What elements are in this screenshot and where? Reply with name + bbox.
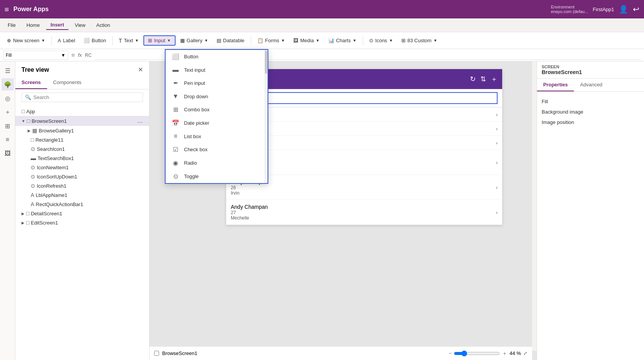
tree-item-app[interactable]: □ App <box>15 107 149 116</box>
custom-caret: ▼ <box>434 38 437 43</box>
media-caret: ▼ <box>316 38 320 43</box>
lblappname-icon: A <box>31 192 34 198</box>
tree-view-icon[interactable]: 🌳 <box>2 78 14 91</box>
zoom-out-button[interactable]: − <box>449 350 452 356</box>
charts-button[interactable]: 📊 Charts ▼ <box>324 36 360 45</box>
media-button[interactable]: 🖼 Media ▼ <box>289 36 323 45</box>
button-button[interactable]: ⬜ Button <box>80 36 110 45</box>
dropdown-item-button[interactable]: ⬜ Button <box>166 50 264 63</box>
undo-icon[interactable]: ↩ <box>633 5 639 14</box>
menu-action[interactable]: Action <box>92 21 115 30</box>
components-icon[interactable]: ◎ <box>2 92 14 104</box>
dropdown-scrollbar[interactable] <box>264 50 268 183</box>
browse-item-arrow-0: › <box>496 112 498 117</box>
formula-property[interactable]: Fill ▼ <box>3 51 68 60</box>
label-button[interactable]: A Label <box>54 36 79 45</box>
tree-item-iconsort[interactable]: ⊙ IconSortUpDown1 <box>15 172 149 181</box>
browse-search-input[interactable] <box>231 92 498 104</box>
tree-item-gallery[interactable]: ▶ ▦ BrowseGallery1 <box>15 126 149 135</box>
right-panel-tabs: Properties Advanced <box>537 79 644 92</box>
tree-item-iconrefresh[interactable]: ⊙ IconRefresh1 <box>15 181 149 190</box>
screen-checkbox[interactable] <box>154 351 159 356</box>
right-panel-tab-properties[interactable]: Properties <box>537 79 574 91</box>
text-button[interactable]: T Text ▼ <box>115 36 143 45</box>
browse-item-content-2: hampan <box>231 140 496 146</box>
hamburger-icon[interactable]: ☰ <box>2 64 14 77</box>
dropdown-item-peninput[interactable]: ✒ Pen input <box>166 76 264 90</box>
sidebar-tab-components[interactable]: Components <box>47 76 88 89</box>
icons-button[interactable]: ⊙ Icons ▼ <box>365 36 397 45</box>
env-label: Environment <box>551 5 588 9</box>
tree-item-rectangle11[interactable]: □ Rectangle11 <box>15 135 149 144</box>
browse-item-city-5: Mechelle <box>231 215 496 221</box>
toggle-dropdown-icon: ⊙ <box>172 173 179 180</box>
media-side-icon[interactable]: 🖼 <box>2 147 14 160</box>
tree-item-searchicon1[interactable]: ⊙ SearchIcon1 <box>15 144 149 154</box>
tree-item-lblappname[interactable]: A LblAppName1 <box>15 190 149 200</box>
custom-button[interactable]: ⊞ 83 Custom ▼ <box>398 36 441 45</box>
tree-item-label-rect: Rectangle11 <box>35 137 143 143</box>
user-icon[interactable]: 👤 <box>619 5 628 14</box>
formula-eq: = <box>71 52 75 59</box>
canvas-scrollbar-vertical[interactable] <box>532 61 537 351</box>
right-panel-tab-advanced[interactable]: Advanced <box>574 79 608 91</box>
browse-item-5[interactable]: Andy Champan 27 Mechelle › <box>226 200 502 225</box>
menu-view[interactable]: View <box>70 21 90 30</box>
bottom-screen-label: BrowseScreen1 <box>162 350 197 356</box>
datatable-button[interactable]: ▤ Datatable <box>213 36 248 45</box>
app-icon: □ <box>21 108 25 114</box>
variables-icon[interactable]: ≡ <box>2 134 14 146</box>
browse-screen-arrow: ▼ <box>21 119 25 123</box>
gallery-button[interactable]: ▦ Gallery ▼ <box>176 36 212 45</box>
refresh-btn[interactable]: ↻ <box>470 75 476 83</box>
sidebar-close-button[interactable]: ✕ <box>138 66 143 73</box>
dropdown-item-checkbox[interactable]: ☑ Check box <box>166 143 264 156</box>
tree-item-label-refresh: IconRefresh1 <box>37 183 143 189</box>
menu-home[interactable]: Home <box>22 21 44 30</box>
edit-icon: □ <box>26 220 29 226</box>
menu-bar: File Home Insert View Action <box>0 18 644 32</box>
grid-icon[interactable]: ⊞ <box>5 7 9 12</box>
dropdown-item-datepicker[interactable]: 📅 Date picker <box>166 116 264 130</box>
data-icon[interactable]: ⊞ <box>2 120 14 132</box>
fit-screen-button[interactable]: ⤢ <box>523 350 527 356</box>
forms-button[interactable]: 📋 Forms ▼ <box>253 36 289 45</box>
search-box: 🔍 <box>21 92 143 102</box>
detail-arrow: ▶ <box>21 211 25 216</box>
browse-item-content-1: hampan <box>231 126 496 132</box>
tree-item-edit-screen[interactable]: ▶ □ EditScreen1 <box>15 218 149 227</box>
zoom-slider[interactable] <box>454 350 500 357</box>
tree-item-detail-screen[interactable]: ▶ □ DetailScreen1 <box>15 209 149 218</box>
dropdown-item-textinput[interactable]: ▬ Text input <box>166 63 264 76</box>
menu-insert[interactable]: Insert <box>46 20 69 30</box>
dropdown-item-toggle[interactable]: ⊙ Toggle <box>166 170 264 183</box>
refresh-icon: ⊙ <box>31 183 35 189</box>
toolbar: ⊕ New screen ▼ A Label ⬜ Button T Text ▼… <box>0 32 644 49</box>
datatable-icon: ▤ <box>217 38 221 43</box>
search-input[interactable] <box>33 94 140 100</box>
charts-icon: 📊 <box>328 38 334 43</box>
dropdown-item-combobox[interactable]: ⊞ Combo box <box>166 103 264 116</box>
tree-item-textsearchbox[interactable]: ▬ TextSearchBox1 <box>15 154 149 163</box>
dropdown-item-radio[interactable]: ◉ Radio <box>166 156 264 170</box>
sort-btn[interactable]: ⇅ <box>480 75 486 83</box>
search-icon: 🔍 <box>25 94 31 100</box>
right-panel-screen-label: SCREEN BrowseScreen1 <box>537 61 644 79</box>
dropdown-item-listbox[interactable]: ≡ List box <box>166 130 264 143</box>
browse-screen-more[interactable]: … <box>137 117 143 124</box>
new-screen-button[interactable]: ⊕ New screen ▼ <box>3 36 49 45</box>
input-button[interactable]: ⊞ Input ▼ <box>143 35 176 46</box>
sidebar-tab-screens[interactable]: Screens <box>15 76 47 89</box>
dropdown-scroll-thumb <box>265 51 267 74</box>
add-icon[interactable]: ＋ <box>2 106 14 118</box>
tree-item-browse-screen[interactable]: ▼ □ BrowseScreen1 … <box>15 116 149 126</box>
right-panel-img-position: Image position <box>542 117 639 127</box>
menu-file[interactable]: File <box>3 21 20 30</box>
tree-item-iconnewitem[interactable]: ⊙ IconNewItem1 <box>15 163 149 172</box>
sidebar: Tree view ✕ Screens Components 🔍 □ App ▼… <box>15 61 150 360</box>
zoom-in-button[interactable]: ＋ <box>502 350 507 357</box>
tree-item-rectquick[interactable]: A RectQuickActionBar1 <box>15 200 149 209</box>
add-btn[interactable]: ＋ <box>491 74 498 84</box>
dropdown-item-dropdown[interactable]: ▼ Drop down <box>166 90 264 103</box>
dropdown-item-label-datepicker: Date picker <box>184 120 209 126</box>
